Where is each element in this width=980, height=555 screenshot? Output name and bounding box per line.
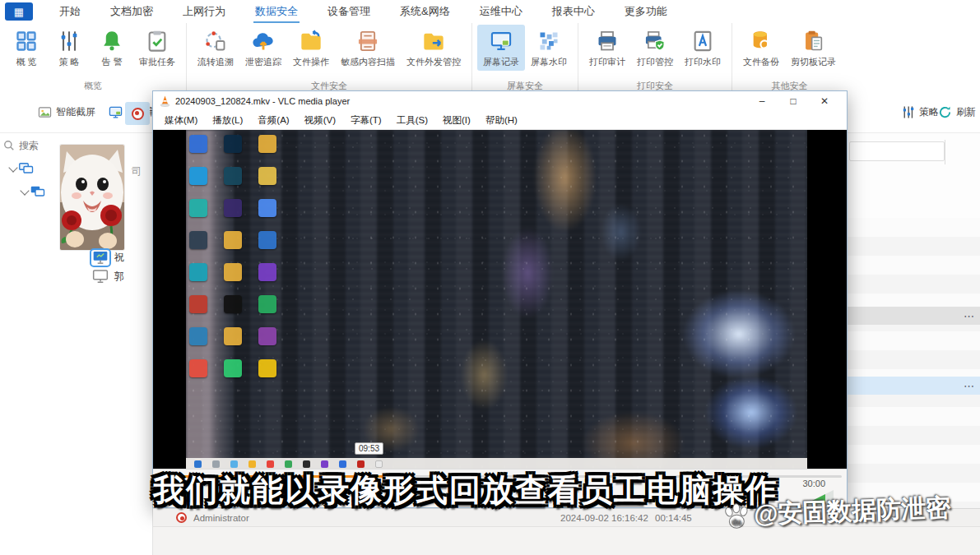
vlc-menu-help[interactable]: 帮助(H): [479, 114, 524, 127]
policy-button[interactable]: 策 略: [48, 25, 91, 71]
alert-button[interactable]: 告 警: [91, 25, 133, 71]
vlc-menu-playback[interactable]: 播放(L): [206, 114, 249, 127]
bell-icon: [100, 29, 124, 53]
tree-node-group[interactable]: [21, 186, 45, 198]
cloud-upload-icon: [251, 29, 276, 53]
tab-doc-encryption[interactable]: 文档加密: [95, 0, 168, 24]
table-row-selected[interactable]: ⋯: [848, 307, 980, 325]
monitor-selected-icon: [92, 251, 109, 265]
clipboard-doc-icon: [801, 29, 826, 53]
refresh-button[interactable]: 刷新: [938, 105, 976, 119]
screen-watermark-button[interactable]: 屏幕水印: [525, 25, 573, 71]
tab-more[interactable]: 更多功能: [610, 0, 682, 24]
paw-icon: du: [722, 501, 750, 530]
row-menu-icon[interactable]: ⋯: [964, 310, 975, 322]
leak-track-button[interactable]: 泄密追踪: [239, 25, 287, 71]
clipboard-record-button[interactable]: 剪切板记录: [785, 25, 842, 71]
approval-tasks-button[interactable]: 审批任务: [133, 25, 181, 71]
record-status-icon: [176, 512, 187, 523]
monitor-audit-icon: [109, 105, 123, 119]
screen: ▦ 开始 文档加密 上网行为 数据安全 设备管理 系统&网络 运维中心 报表中心…: [0, 0, 980, 555]
refresh-label: 刷新: [956, 105, 976, 119]
watermark-text: @安固数据防泄密: [753, 491, 951, 531]
table-row-highlight[interactable]: ⋯: [848, 377, 980, 395]
vlc-menu-audio[interactable]: 音频(A): [251, 114, 295, 127]
main-tabs: 开始 文档加密 上网行为 数据安全 设备管理 系统&网络 运维中心 报表中心 更…: [44, 0, 682, 24]
record-toggle-button[interactable]: [125, 102, 150, 125]
sliders-small-icon: [901, 105, 915, 119]
doc-scan-icon: [355, 29, 380, 53]
vlc-title-bar[interactable]: 20240903_120824.mkv - VLC media player –…: [153, 91, 847, 111]
button-label: 策 略: [58, 56, 79, 68]
screen-record-button[interactable]: 屏幕记录: [477, 25, 525, 71]
policy-quick-button[interactable]: 策略: [901, 105, 939, 119]
vlc-video-area[interactable]: 09:53: [153, 130, 847, 469]
button-label: 屏幕水印: [531, 56, 567, 68]
monitor-record-icon: [489, 29, 513, 53]
vlc-window-title: 20240903_120824.mkv - VLC media player: [175, 96, 741, 106]
print-control-button[interactable]: 打印管控: [631, 25, 679, 71]
footer-strip: [153, 526, 980, 555]
app-menubar: ▦ 开始 文档加密 上网行为 数据安全 设备管理 系统&网络 运维中心 报表中心…: [0, 0, 980, 23]
button-label: 文件备份: [743, 56, 779, 68]
status-datetime: 2024-09-02 16:16:42: [560, 513, 648, 523]
tab-home[interactable]: 开始: [44, 0, 95, 24]
file-outgoing-control-button[interactable]: 文件外发管控: [401, 25, 467, 71]
file-operations-button[interactable]: 文件操作: [287, 25, 335, 71]
flow-trace-button[interactable]: 流转追溯: [192, 25, 239, 71]
ribbon-group-overview: 概 览 策 略 告 警 审批任务 概览: [0, 23, 187, 95]
vlc-menu-media[interactable]: 媒体(M): [158, 114, 204, 127]
printer-icon: [595, 29, 620, 53]
sliders-icon: [57, 29, 81, 53]
vlc-menu-view[interactable]: 视图(I): [436, 114, 477, 127]
db-search-icon: [749, 29, 773, 53]
ribbon: 概 览 策 略 告 警 审批任务 概览: [0, 23, 980, 95]
mosaic-icon: [536, 29, 561, 53]
recorded-desktop-taskbar: [186, 458, 807, 469]
printer-shield-icon: [643, 29, 667, 53]
folder-out-icon: [421, 29, 446, 53]
vlc-window: 20240903_120824.mkv - VLC media player –…: [152, 90, 848, 508]
vlc-menu-video[interactable]: 视频(V): [298, 114, 342, 127]
close-button[interactable]: ✕: [809, 91, 840, 111]
app-logo[interactable]: ▦: [5, 2, 33, 21]
button-label: 剪切板记录: [791, 56, 836, 68]
filter-input[interactable]: [849, 141, 945, 161]
tree-partial-text: 司: [132, 164, 142, 178]
overview-button[interactable]: 概 览: [5, 25, 48, 71]
cycle-trace-icon: [203, 29, 228, 53]
tab-report-center[interactable]: 报表中心: [537, 0, 610, 24]
tab-web-behavior[interactable]: 上网行为: [168, 0, 240, 24]
button-label: 打印管控: [637, 56, 673, 68]
record-icon: [132, 108, 144, 120]
tree-leaf-user[interactable]: 郭: [92, 270, 124, 284]
computers-icon: [30, 186, 45, 198]
sensitive-scan-button[interactable]: 敏感内容扫描: [335, 25, 401, 71]
left-tree-panel: 司: [0, 133, 153, 555]
tab-ops-center[interactable]: 运维中心: [465, 0, 537, 24]
tab-system-network[interactable]: 系统&网络: [385, 0, 465, 24]
row-menu-icon[interactable]: ⋯: [964, 380, 975, 392]
vlc-menu-subtitle[interactable]: 字幕(T): [344, 114, 388, 127]
table-rows: [848, 218, 980, 526]
ribbon-group-screen-security: 屏幕记录 屏幕水印 屏幕安全: [472, 23, 578, 95]
tree-node-root[interactable]: [10, 163, 34, 175]
video-frame: 09:53: [186, 130, 807, 469]
file-backup-button[interactable]: 文件备份: [737, 25, 785, 71]
button-label: 屏幕记录: [483, 56, 519, 68]
recorded-desktop-icons: [189, 135, 295, 377]
print-audit-button[interactable]: 打印审计: [583, 25, 631, 71]
minimize-button[interactable]: –: [746, 91, 778, 111]
tree-leaf-label: 祝: [114, 251, 124, 265]
computers-icon: [19, 163, 34, 175]
vlc-cone-icon: [160, 95, 170, 107]
tab-data-security[interactable]: 数据安全: [240, 0, 313, 24]
policy-quick-label: 策略: [919, 105, 939, 119]
tree-leaf-user[interactable]: 祝: [92, 251, 124, 265]
tab-device-mgmt[interactable]: 设备管理: [313, 0, 385, 24]
maximize-button[interactable]: □: [778, 91, 809, 111]
print-watermark-button[interactable]: 打印水印: [679, 25, 727, 71]
vlc-menu-tools[interactable]: 工具(S): [390, 114, 434, 127]
doc-a-icon: [690, 29, 715, 53]
smart-capture-button[interactable]: 智能截屏: [38, 105, 95, 119]
